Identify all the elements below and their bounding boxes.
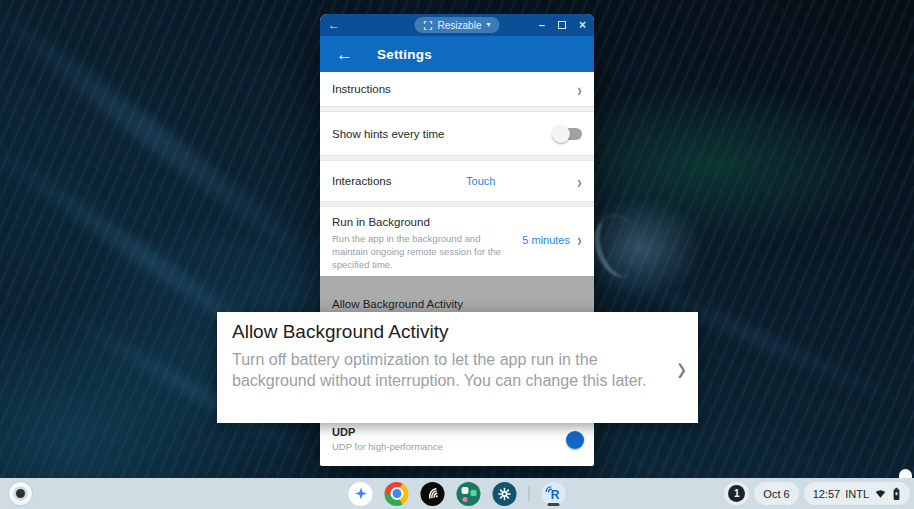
toggle-knob <box>566 431 584 449</box>
maximize-button[interactable] <box>558 21 566 29</box>
gear-icon <box>498 487 512 501</box>
wifi-icon <box>874 487 887 500</box>
page-title: Settings <box>377 47 432 62</box>
chrome-icon[interactable] <box>385 482 409 506</box>
row-label: Interactions <box>332 175 391 187</box>
signal-arcs-icon <box>424 485 442 503</box>
launcher-button[interactable] <box>349 482 373 506</box>
grid-square-green <box>471 490 477 496</box>
callout-description: Turn off battery optimization to let the… <box>232 350 654 392</box>
camera-dot-icon <box>16 489 25 498</box>
window-controls: – × <box>539 19 586 31</box>
chevron-right-icon: › <box>577 230 582 249</box>
row-description: UDP for high-performance <box>332 441 443 452</box>
resizable-label: Resizable <box>438 20 482 31</box>
row-udp[interactable]: UDP UDP for high-performance <box>320 422 594 465</box>
battery-icon <box>892 487 901 501</box>
minimize-button[interactable]: – <box>539 20 545 31</box>
row-right: 5 minutes › <box>522 232 582 247</box>
row-label: Run in Background <box>332 216 504 228</box>
chevron-right-icon: › <box>677 349 686 385</box>
background-feather-streak <box>0 0 323 273</box>
shelf-app-icons: R <box>349 478 566 509</box>
desktop: ← Resizable ▾ – × ← Settings <box>0 0 914 509</box>
time-label: 12:57 <box>813 488 841 500</box>
grid-square-white <box>462 487 469 494</box>
close-button[interactable]: × <box>579 19 586 31</box>
row-value: 5 minutes <box>522 234 570 246</box>
grid-dot-pink <box>463 497 468 502</box>
row-show-hints[interactable]: Show hints every time <box>320 112 594 155</box>
chevron-down-icon: ▾ <box>486 21 490 29</box>
window-caption-bar: ← Resizable ▾ – × <box>320 14 594 36</box>
ime-label: INTL <box>845 488 869 500</box>
notification-count-badge: 1 <box>728 485 745 502</box>
row-instructions[interactable]: Instructions › <box>320 72 594 106</box>
row-label: UDP <box>332 426 443 438</box>
row-label: Allow Background Activity <box>332 298 463 310</box>
notification-counter[interactable]: 1 <box>724 482 749 505</box>
active-app-indicator <box>548 503 560 506</box>
resize-icon <box>424 21 433 30</box>
background-water-droplet <box>587 208 651 283</box>
remotepc-waves-icon <box>545 485 556 496</box>
row-description: Run the app in the background and mainta… <box>332 232 504 271</box>
launcher-star-icon <box>353 486 368 501</box>
callout-title: Allow Background Activity <box>232 321 654 343</box>
resizable-mode-button[interactable]: Resizable ▾ <box>415 17 500 33</box>
caption-back-icon[interactable]: ← <box>328 19 340 31</box>
date-label: Oct 6 <box>763 488 789 500</box>
shelf: R 1 Oct 6 12:57 INTL <box>0 478 914 509</box>
shelf-left-button[interactable] <box>9 482 32 505</box>
row-text: UDP UDP for high-performance <box>332 426 443 452</box>
chevron-right-icon: › <box>577 80 582 99</box>
row-value: Touch <box>466 175 495 187</box>
notification-corner <box>899 469 912 478</box>
show-hints-toggle[interactable] <box>554 128 582 140</box>
shelf-divider <box>529 486 530 501</box>
row-label: Show hints every time <box>332 128 445 140</box>
settings-header: ← Settings <box>320 36 594 72</box>
back-arrow-icon[interactable]: ← <box>336 46 353 63</box>
status-tray: 1 Oct 6 12:57 INTL <box>724 482 910 505</box>
signal-app-icon[interactable] <box>421 482 445 506</box>
system-status-pill[interactable]: 12:57 INTL <box>804 482 910 505</box>
date-pill[interactable]: Oct 6 <box>754 482 798 505</box>
remotepc-app-icon[interactable]: R <box>542 482 566 506</box>
magnified-callout-allow-background-activity[interactable]: Allow Background Activity Turn off batte… <box>217 312 698 423</box>
chevron-right-icon: › <box>577 172 582 191</box>
toggle-knob <box>552 125 570 143</box>
row-run-in-background[interactable]: Run in Background Run the app in the bac… <box>320 207 594 276</box>
settings-app-icon[interactable] <box>493 482 517 506</box>
row-interactions[interactable]: Interactions Touch › <box>320 161 594 201</box>
apps-grid-icon[interactable] <box>457 482 481 506</box>
row-label: Instructions <box>332 83 391 95</box>
row-text: Run in Background Run the app in the bac… <box>332 216 504 271</box>
